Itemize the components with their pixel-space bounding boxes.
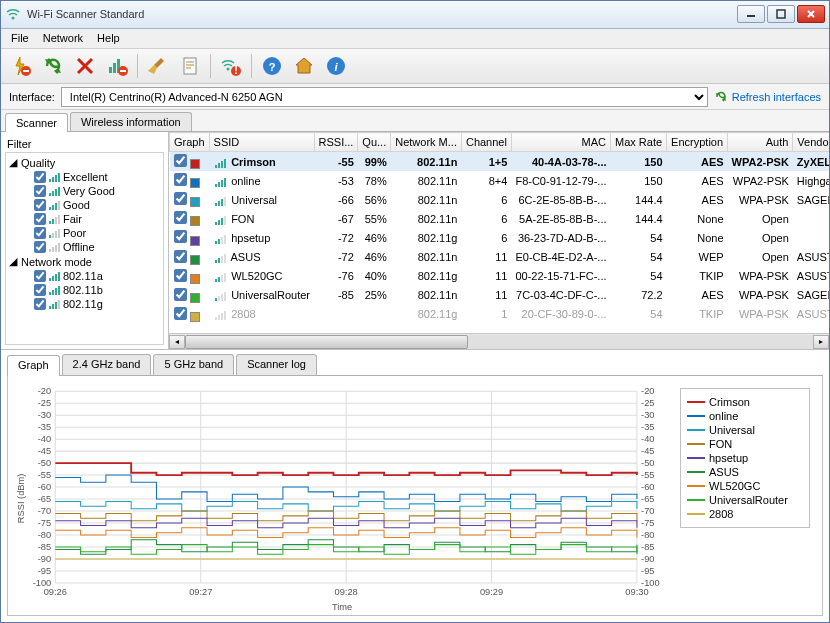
column-header[interactable]: SSID [209, 133, 314, 152]
legend-item[interactable]: online [687, 409, 803, 423]
legend-item[interactable]: 2808 [687, 507, 803, 521]
row-checkbox[interactable] [174, 154, 187, 167]
column-header[interactable]: Auth [728, 133, 793, 152]
filter-group-network-mode[interactable]: ◢Network mode [8, 254, 161, 269]
scroll-right-arrow[interactable]: ▸ [813, 335, 829, 349]
maximize-button[interactable] [767, 5, 795, 23]
filter-checkbox[interactable] [34, 270, 46, 282]
scroll-left-arrow[interactable]: ◂ [169, 335, 185, 349]
svg-text:09:27: 09:27 [189, 588, 212, 598]
filter-item[interactable]: 802.11a [34, 269, 161, 283]
filter-item[interactable]: Good [34, 198, 161, 212]
filter-checkbox[interactable] [34, 199, 46, 211]
row-checkbox[interactable] [174, 192, 187, 205]
svg-text:-85: -85 [38, 542, 51, 552]
filter-item[interactable]: Very Good [34, 184, 161, 198]
row-checkbox[interactable] [174, 288, 187, 301]
column-header[interactable]: Qu... [358, 133, 391, 152]
filter-checkbox[interactable] [34, 213, 46, 225]
bolt-button[interactable] [7, 52, 35, 80]
table-row[interactable]: ASUS-7246%802.11n11E0-CB-4E-D2-A-...54WE… [170, 248, 830, 267]
tab-wireless-info[interactable]: Wireless information [70, 112, 192, 131]
row-checkbox[interactable] [174, 307, 187, 320]
tab-scanner[interactable]: Scanner [5, 113, 68, 132]
filter-item[interactable]: 802.11b [34, 283, 161, 297]
tab-24ghz[interactable]: 2.4 GHz band [62, 354, 152, 375]
table-row[interactable]: FON-6755%802.11n65A-2E-85-8B-B-...144.4N… [170, 209, 830, 228]
legend-item[interactable]: Universal [687, 423, 803, 437]
broom-button[interactable] [144, 52, 172, 80]
column-header[interactable]: RSSI... [314, 133, 358, 152]
scroll-thumb[interactable] [185, 335, 468, 349]
filter-item[interactable]: Fair [34, 212, 161, 226]
filter-item[interactable]: Offline [34, 240, 161, 254]
signal-stop-button[interactable] [103, 52, 131, 80]
refresh-button[interactable] [39, 52, 67, 80]
filter-item[interactable]: Poor [34, 226, 161, 240]
refresh-interfaces-link[interactable]: Refresh interfaces [714, 90, 821, 104]
doc-button[interactable] [176, 52, 204, 80]
table-row[interactable]: WL520GC-7640%802.11g1100-22-15-71-FC-...… [170, 267, 830, 286]
row-checkbox[interactable] [174, 250, 187, 263]
tab-scanner-log[interactable]: Scanner log [236, 354, 317, 375]
home-button[interactable] [290, 52, 318, 80]
color-swatch [190, 197, 200, 207]
column-header[interactable]: MAC [511, 133, 610, 152]
column-header[interactable]: Encryption [667, 133, 728, 152]
legend-item[interactable]: WL520GC [687, 479, 803, 493]
menu-network[interactable]: Network [37, 30, 89, 46]
horizontal-scrollbar[interactable]: ◂ ▸ [169, 333, 829, 349]
menu-help[interactable]: Help [91, 30, 126, 46]
legend-color [687, 485, 705, 487]
filter-checkbox[interactable] [34, 171, 46, 183]
table-row[interactable]: UniversalRouter-8525%802.11n117C-03-4C-D… [170, 286, 830, 305]
row-checkbox[interactable] [174, 173, 187, 186]
wifi-alert-button[interactable]: ! [217, 52, 245, 80]
column-header[interactable]: Graph [170, 133, 210, 152]
help-button[interactable]: ? [258, 52, 286, 80]
table-row[interactable]: online-5378%802.11n8+4F8-C0-91-12-79-...… [170, 171, 830, 190]
close-button[interactable] [797, 5, 825, 23]
interface-select[interactable]: Intel(R) Centrino(R) Advanced-N 6250 AGN [61, 87, 708, 107]
row-checkbox[interactable] [174, 211, 187, 224]
column-header[interactable]: Network M... [391, 133, 462, 152]
legend-item[interactable]: ASUS [687, 465, 803, 479]
table-row[interactable]: Crimson-5599%802.11n1+540-4A-03-78-...15… [170, 152, 830, 172]
column-header[interactable]: Max Rate [611, 133, 667, 152]
column-header[interactable]: Vendor [793, 133, 829, 152]
table-row[interactable]: hpsetup-7246%802.11g636-23-7D-AD-B-...54… [170, 228, 830, 247]
chart-legend: CrimsononlineUniversalFONhpsetupASUSWL52… [680, 388, 810, 528]
signal-icon [215, 291, 226, 301]
minimize-button[interactable] [737, 5, 765, 23]
filter-checkbox[interactable] [34, 185, 46, 197]
filter-checkbox[interactable] [34, 241, 46, 253]
ssid-label: 2808 [231, 308, 255, 320]
filter-checkbox[interactable] [34, 298, 46, 310]
signal-icon [49, 186, 60, 196]
row-checkbox[interactable] [174, 269, 187, 282]
legend-item[interactable]: UniversalRouter [687, 493, 803, 507]
menu-file[interactable]: File [5, 30, 35, 46]
filter-checkbox[interactable] [34, 284, 46, 296]
tab-graph[interactable]: Graph [7, 355, 60, 376]
row-checkbox[interactable] [174, 230, 187, 243]
svg-text:-75: -75 [38, 518, 51, 528]
color-swatch [190, 216, 200, 226]
svg-text:-40: -40 [641, 434, 654, 444]
delete-button[interactable] [71, 52, 99, 80]
signal-icon [49, 242, 60, 252]
table-row[interactable]: 2808802.11g120-CF-30-89-0-...54TKIPWPA-P… [170, 305, 830, 324]
column-header[interactable]: Channel [461, 133, 511, 152]
signal-icon [49, 200, 60, 210]
svg-text:-60: -60 [38, 482, 51, 492]
filter-checkbox[interactable] [34, 227, 46, 239]
table-row[interactable]: Universal-6656%802.11n66C-2E-85-8B-B-...… [170, 190, 830, 209]
info-button[interactable]: i [322, 52, 350, 80]
filter-item[interactable]: Excellent [34, 170, 161, 184]
filter-item[interactable]: 802.11g [34, 297, 161, 311]
legend-item[interactable]: FON [687, 437, 803, 451]
legend-item[interactable]: Crimson [687, 395, 803, 409]
filter-group-quality[interactable]: ◢Quality [8, 155, 161, 170]
tab-5ghz[interactable]: 5 GHz band [153, 354, 234, 375]
legend-item[interactable]: hpsetup [687, 451, 803, 465]
